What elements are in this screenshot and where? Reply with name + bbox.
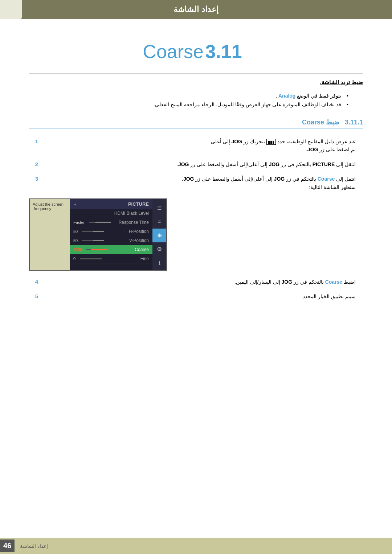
menu-item-response-fill <box>95 222 111 223</box>
sidebar-icon-menu: ☰ <box>152 201 166 215</box>
menu-item-coarse-bar <box>86 249 108 250</box>
section-number: 3.11 <box>205 41 242 62</box>
sidebar-icon-info: ℹ <box>152 256 166 270</box>
menu-item-response: Response Time Faster <box>70 218 152 227</box>
step-text-3: انتقل إلى Coarse بالتحكم في زر JOG إلى أ… <box>44 175 356 191</box>
menu-item-vpos-bar <box>82 240 104 241</box>
menu-item-vpos-value: 50 <box>73 238 78 243</box>
menu-item-hpos-bar <box>82 231 104 232</box>
step-text-2: انتقل إلى PICTURE بالتحكم في زر JOG إلى … <box>44 160 356 168</box>
step-number-5: 5 <box>29 292 38 299</box>
bullet-item-1: يتوفر فقط في الوضع Analog . <box>29 93 348 99</box>
screen-mockup: ☰ ≡ ⊕ ⚙ ℹ PICTURE ▲ <box>29 198 167 271</box>
menu-item-response-value: Faster <box>73 220 85 225</box>
menu-item-hpos: H-Position 50 <box>70 227 152 236</box>
menu-item-hpos-label: H-Position <box>129 229 149 234</box>
top-bar: إعداد الشاشة <box>0 0 392 19</box>
sub-section-number: 3.11.1 <box>345 119 363 126</box>
menu-item-coarse: Coarse 2200 <box>70 245 152 254</box>
menu-item-fine-row: 0 <box>73 257 105 261</box>
menu-item-hpos-row: 50 <box>73 229 107 234</box>
help-text: Adjust the screen frequency. <box>33 202 64 211</box>
bullet-highlight-1: Analog <box>278 93 295 99</box>
menu-item-coarse-value: 2200 <box>73 247 82 252</box>
bullet-dot-1: . <box>275 93 277 99</box>
step-3: 3 انتقل إلى Coarse بالتحكم في زر JOG إلى… <box>29 175 356 191</box>
menu-item-hdmi-label: HDMI Black Level <box>114 211 149 216</box>
description: ضبط تردد الشاشة. <box>29 79 363 86</box>
menu-item-vpos-row: 50 <box>73 238 107 243</box>
sub-section-heading: 3.11.1 ضبط Coarse <box>29 118 363 128</box>
footer-page: 46 <box>0 539 15 552</box>
section-title: Coarse <box>143 41 204 62</box>
footer: إعداد الشاشة 46 <box>0 538 392 554</box>
top-bar-title: إعداد الشاشة <box>173 5 218 14</box>
menu-item-vpos-fill <box>93 240 104 241</box>
menu-header-title: PICTURE <box>128 201 149 207</box>
step-number-1: 1 <box>29 138 38 144</box>
sidebar-icon-adjust: ⊕ <box>152 229 166 242</box>
sidebar-icon-gear: ⚙ <box>152 242 166 256</box>
menu-header: PICTURE ▲ <box>70 199 152 209</box>
step-4: 4 اضبط Coarse بالتحكم في زر JOG إلى اليس… <box>29 278 356 286</box>
menu-item-fine-label: Fine <box>140 256 149 261</box>
menu-item-hpos-fill <box>93 231 104 232</box>
steps-container-after: 4 اضبط Coarse بالتحكم في زر JOG إلى اليس… <box>29 278 363 301</box>
steps-container: 1 عند عرض دليل المفاتيح الوظيفية، حدد ▮▮… <box>29 138 363 191</box>
footer-title: إعداد الشاشة <box>20 543 48 549</box>
bullet-list: يتوفر فقط في الوضع Analog . قد تختلف الو… <box>29 93 363 107</box>
bullet-text-2: قد تختلف الوظائف المتوفرة على جهاز العرض… <box>154 102 341 107</box>
menu-item-fine: Fine 0 <box>70 254 152 263</box>
screen-mockup-container: ☰ ≡ ⊕ ⚙ ℹ PICTURE ▲ <box>29 198 341 271</box>
menu-item-coarse-row: 2200 <box>73 247 111 252</box>
menu-item-hdmi: HDMI Black Level <box>70 209 152 218</box>
menu-item-vpos-label: V-Position <box>129 238 149 243</box>
section-heading: Coarse 3.11 <box>29 41 363 62</box>
bullet-text-1: يتوفر فقط في الوضع <box>295 93 341 99</box>
menu-content: PICTURE ▲ HDMI Black Level Response Time <box>70 199 152 270</box>
sidebar-icon-lines: ≡ <box>152 215 166 229</box>
step-text-5: سيتم تطبيق الخيار المحدد. <box>44 292 356 300</box>
step-number-2: 2 <box>29 160 38 167</box>
menu-item-response-label: Response Time <box>119 220 149 225</box>
step-text-4: اضبط Coarse بالتحكم في زر JOG إلى اليسار… <box>44 278 356 286</box>
main-content: Coarse 3.11 ضبط تردد الشاشة. يتوفر فقط ف… <box>0 19 392 336</box>
menu-item-hpos-value: 50 <box>73 229 78 234</box>
top-bar-corner <box>0 0 22 19</box>
sidebar-icons: ☰ ≡ ⊕ ⚙ ℹ <box>152 199 166 270</box>
step-5: 5 سيتم تطبيق الخيار المحدد. <box>29 292 356 300</box>
bullet-item-2: قد تختلف الوظائف المتوفرة على جهاز العرض… <box>29 102 348 107</box>
menu-item-fine-bar <box>80 258 102 259</box>
step-number-4: 4 <box>29 278 38 285</box>
menu-item-fine-value: 0 <box>73 257 75 261</box>
menu-item-coarse-fill <box>91 249 108 250</box>
divider <box>29 73 363 74</box>
help-panel: Adjust the screen frequency. <box>30 199 70 270</box>
menu-item-coarse-label: Coarse <box>135 247 149 252</box>
step-number-3: 3 <box>29 175 38 182</box>
menu-item-vpos: V-Position 50 <box>70 236 152 245</box>
menu-item-response-row: Faster <box>73 220 114 225</box>
step-2: 2 انتقل إلى PICTURE بالتحكم في زر JOG إل… <box>29 160 356 168</box>
menu-header-arrow: ▲ <box>73 202 77 206</box>
step-1: 1 عند عرض دليل المفاتيح الوظيفية، حدد ▮▮… <box>29 138 356 154</box>
step-text-1: عند عرض دليل المفاتيح الوظيفية، حدد ▮▮▮ … <box>44 138 356 154</box>
menu-item-response-bar <box>89 222 111 223</box>
sub-section-title: ضبط Coarse <box>302 119 339 126</box>
